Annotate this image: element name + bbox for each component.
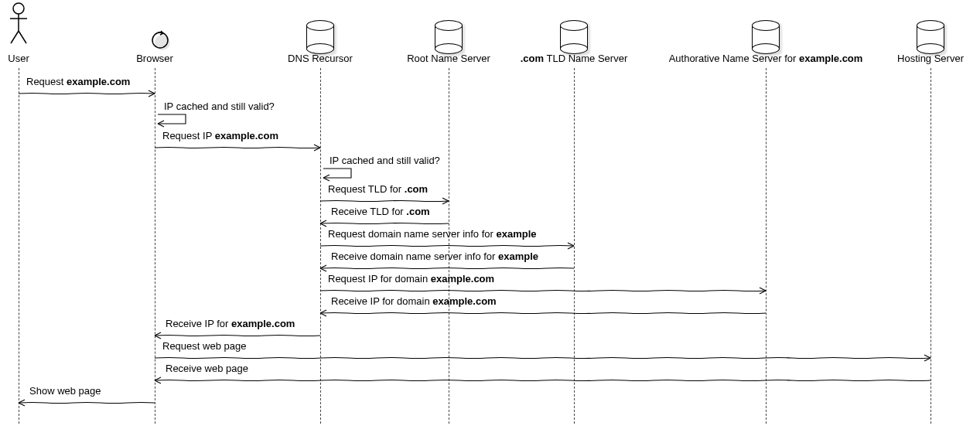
participant-label: .com TLD Name Server bbox=[521, 53, 627, 64]
participant-label: User bbox=[8, 53, 29, 64]
message-arrow: Request example.com bbox=[19, 90, 155, 102]
message-label: Request IP for domain example.com bbox=[328, 273, 494, 285]
message-arrow: Request IP example.com bbox=[155, 144, 320, 156]
message-arrow: Request web page bbox=[155, 354, 930, 366]
message-label: Request web page bbox=[162, 340, 246, 352]
message-arrow: Receive IP for domain example.com bbox=[320, 309, 766, 322]
svg-point-0 bbox=[13, 3, 24, 14]
participant-label: Browser bbox=[136, 53, 173, 64]
message-label: Receive IP for domain example.com bbox=[331, 295, 497, 307]
svg-line-3 bbox=[11, 31, 19, 43]
message-label: IP cached and still valid? bbox=[164, 101, 275, 112]
database-icon bbox=[560, 20, 588, 49]
database-icon bbox=[306, 20, 334, 49]
sequence-diagram: User Browser DNS Recursor Root Name Serv… bbox=[0, 0, 980, 426]
participant-label: Root Name Server bbox=[407, 53, 490, 64]
svg-point-6 bbox=[155, 35, 170, 50]
svg-line-4 bbox=[19, 31, 26, 43]
message-label: Receive domain name server info for exam… bbox=[331, 250, 538, 262]
database-icon bbox=[752, 20, 780, 49]
message-label: Request example.com bbox=[26, 76, 130, 87]
message-label: Receive IP for example.com bbox=[166, 318, 295, 329]
lifeline bbox=[930, 68, 931, 424]
message-label: Request domain name server info for exam… bbox=[328, 228, 537, 240]
message-label: IP cached and still valid? bbox=[330, 155, 440, 166]
actor-icon bbox=[7, 2, 30, 48]
participant-label: Authorative Name Server for example.com bbox=[669, 53, 863, 64]
message-label: Request TLD for .com bbox=[328, 183, 428, 195]
self-message: IP cached and still valid? bbox=[320, 158, 367, 184]
lifeline bbox=[19, 68, 19, 424]
boundary-icon bbox=[139, 26, 170, 49]
message-arrow: Show web page bbox=[19, 399, 155, 411]
message-label: Request IP example.com bbox=[162, 130, 278, 141]
participant-label: DNS Recursor bbox=[288, 53, 353, 64]
message-arrow: Receive web page bbox=[155, 377, 930, 389]
lifeline bbox=[766, 68, 767, 424]
message-label: Receive web page bbox=[166, 363, 248, 374]
participant-label: Hosting Server bbox=[897, 53, 964, 64]
self-message: IP cached and still valid? bbox=[155, 104, 201, 130]
lifeline bbox=[574, 68, 575, 424]
database-icon bbox=[435, 20, 463, 49]
message-label: Show web page bbox=[29, 385, 101, 397]
message-label: Receive TLD for .com bbox=[331, 206, 430, 217]
database-icon bbox=[917, 20, 944, 49]
